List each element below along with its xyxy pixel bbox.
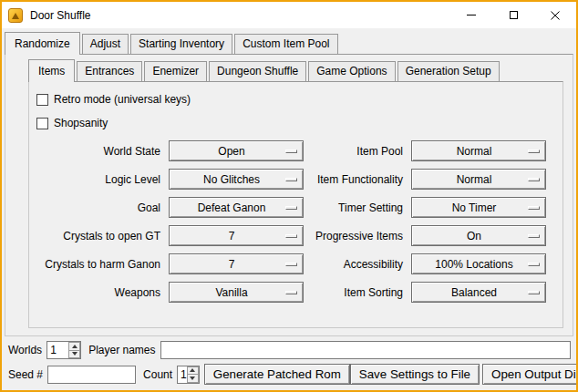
dropdown-indicator-icon — [285, 206, 297, 210]
save-settings-button[interactable]: Save Settings to File — [350, 364, 480, 385]
count-spinner[interactable]: 1 — [177, 366, 200, 384]
item-functionality-value: Normal — [457, 173, 501, 186]
player-names-input[interactable] — [160, 341, 572, 359]
minimize-icon — [467, 15, 476, 15]
goal-dropdown[interactable]: Defeat Ganon — [169, 197, 304, 218]
weapons-value: Vanilla — [215, 286, 256, 299]
tab-enemizer[interactable]: Enemizer — [144, 61, 207, 81]
options-grid: World State Open Item Pool Normal Logic … — [35, 140, 557, 303]
logic-level-dropdown[interactable]: No Glitches — [169, 169, 304, 190]
dropdown-indicator-icon — [285, 234, 297, 238]
seed-input[interactable] — [47, 366, 136, 384]
dropdown-indicator-icon — [285, 291, 297, 294]
dropdown-indicator-icon — [528, 178, 540, 181]
accessibility-dropdown[interactable]: 100% Locations — [411, 253, 546, 274]
close-button[interactable] — [534, 2, 576, 28]
timer-setting-label: Timer Setting — [310, 201, 405, 214]
accessibility-label: Accessibility — [310, 258, 405, 271]
logic-level-value: No Glitches — [203, 173, 269, 186]
caption-buttons — [450, 2, 576, 28]
worlds-value: 1 — [47, 342, 68, 358]
dropdown-indicator-icon — [285, 263, 297, 266]
close-icon — [551, 11, 560, 20]
checkbox-icon[interactable] — [36, 94, 48, 106]
retro-mode-label: Retro mode (universal keys) — [54, 93, 191, 106]
crystals-harm-ganon-value: 7 — [229, 258, 244, 271]
minimize-button[interactable] — [450, 2, 492, 28]
bottom-bar: Worlds 1 Player names Seed # Count 1 — [2, 336, 576, 390]
item-functionality-dropdown[interactable]: Normal — [411, 169, 546, 190]
dropdown-indicator-icon — [528, 150, 540, 153]
tab-randomize[interactable]: Randomize — [5, 32, 80, 55]
count-spinner-arrows — [187, 366, 199, 383]
main-tab-bar: Randomize Adjust Starting Inventory Cust… — [2, 32, 576, 54]
app-window: Door Shuffle Randomize Adjust Starting I… — [0, 0, 578, 392]
crystals-open-gt-dropdown[interactable]: 7 — [169, 225, 304, 246]
items-pane: Retro mode (universal keys) Shopsanity W… — [28, 81, 563, 328]
world-state-label: World State — [35, 145, 162, 158]
crystals-harm-ganon-dropdown[interactable]: 7 — [169, 253, 304, 274]
item-pool-dropdown[interactable]: Normal — [411, 140, 546, 161]
player-names-label: Player names — [88, 344, 155, 356]
spin-up-icon[interactable] — [68, 342, 80, 351]
item-pool-value: Normal — [457, 145, 501, 158]
titlebar[interactable]: Door Shuffle — [2, 2, 576, 28]
weapons-dropdown[interactable]: Vanilla — [169, 282, 304, 303]
world-state-value: Open — [218, 145, 253, 158]
item-sorting-value: Balanced — [451, 286, 506, 299]
sub-tab-bar: Items Entrances Enemizer Dungeon Shuffle… — [26, 59, 573, 81]
goal-label: Goal — [35, 201, 162, 214]
crystals-harm-ganon-label: Crystals to harm Ganon — [35, 258, 162, 271]
accessibility-value: 100% Locations — [435, 258, 521, 271]
item-pool-label: Item Pool — [310, 145, 405, 158]
checkbox-icon[interactable] — [36, 118, 48, 129]
app-icon — [8, 8, 23, 23]
shopsanity-checkbox[interactable]: Shopsanity — [36, 117, 557, 129]
randomize-pane: Items Entrances Enemizer Dungeon Shuffle… — [5, 54, 573, 336]
tab-generation-setup[interactable]: Generation Setup — [397, 61, 500, 81]
maximize-button[interactable] — [492, 2, 534, 28]
worlds-label: Worlds — [8, 344, 42, 356]
tab-adjust[interactable]: Adjust — [82, 34, 129, 54]
retro-mode-checkbox[interactable]: Retro mode (universal keys) — [36, 93, 557, 106]
item-functionality-label: Item Functionality — [310, 173, 405, 186]
dropdown-indicator-icon — [528, 206, 540, 210]
timer-setting-dropdown[interactable]: No Timer — [411, 197, 546, 218]
window-title: Door Shuffle — [30, 9, 91, 22]
progressive-items-dropdown[interactable]: On — [411, 225, 546, 246]
progressive-items-value: On — [467, 230, 490, 242]
dropdown-indicator-icon — [528, 234, 540, 238]
logic-level-label: Logic Level — [35, 173, 162, 186]
tab-entrances[interactable]: Entrances — [77, 61, 142, 81]
spin-up-icon[interactable] — [187, 366, 199, 376]
world-state-dropdown[interactable]: Open — [169, 140, 304, 161]
dropdown-indicator-icon — [285, 178, 297, 181]
timer-setting-value: No Timer — [452, 201, 506, 214]
dropdown-indicator-icon — [528, 291, 540, 294]
generate-patched-rom-button[interactable]: Generate Patched Rom — [204, 364, 350, 385]
item-sorting-dropdown[interactable]: Balanced — [411, 282, 546, 303]
dropdown-indicator-icon — [528, 263, 540, 266]
shopsanity-label: Shopsanity — [54, 117, 108, 129]
count-label: Count — [143, 368, 172, 381]
seed-label: Seed # — [8, 368, 43, 381]
open-output-directory-button[interactable]: Open Output Directory — [482, 364, 578, 385]
dropdown-indicator-icon — [285, 150, 297, 153]
maximize-icon — [510, 11, 518, 19]
tab-dungeon-shuffle[interactable]: Dungeon Shuffle — [209, 61, 306, 81]
worlds-row: Worlds 1 Player names — [8, 341, 572, 359]
spin-down-icon[interactable] — [187, 375, 199, 383]
worlds-spinner[interactable]: 1 — [46, 341, 81, 359]
count-value: 1 — [178, 366, 187, 383]
goal-value: Defeat Ganon — [198, 201, 275, 214]
crystals-open-gt-label: Crystals to open GT — [35, 230, 162, 242]
tab-custom-item-pool[interactable]: Custom Item Pool — [234, 34, 337, 54]
item-sorting-label: Item Sorting — [310, 286, 405, 299]
spin-down-icon[interactable] — [68, 351, 80, 359]
worlds-spinner-arrows — [68, 342, 80, 358]
tab-starting-inventory[interactable]: Starting Inventory — [130, 34, 232, 54]
tab-game-options[interactable]: Game Options — [308, 61, 395, 81]
tab-items[interactable]: Items — [28, 59, 75, 82]
crystals-open-gt-value: 7 — [229, 230, 244, 242]
weapons-label: Weapons — [35, 286, 162, 299]
